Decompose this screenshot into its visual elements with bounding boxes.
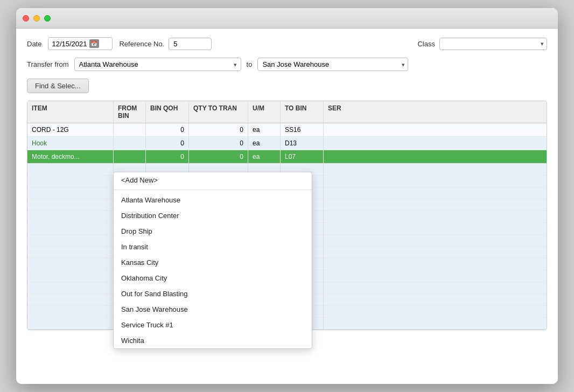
dropdown-item-out-for-sand[interactable]: Out for Sand Blasting bbox=[114, 286, 312, 302]
date-input[interactable]: 12/15/2021 📅 bbox=[48, 37, 113, 50]
table-header: ITEM FROM BIN BIN QOH QTY TO TRAN U/M TO… bbox=[27, 101, 547, 123]
transfer-from-wrapper: Atlanta Warehouse Distribution Center Dr… bbox=[74, 58, 241, 71]
table-row[interactable]: CORD - 12G 0 0 ea SS16 bbox=[27, 123, 547, 137]
to-label: to bbox=[247, 60, 253, 68]
toolbar-row: Date 12/15/2021 📅 Reference No. Class bbox=[27, 37, 547, 50]
to-bin: L07 bbox=[281, 150, 324, 163]
class-select-wrapper bbox=[439, 38, 547, 50]
dropdown-item-atlanta[interactable]: Atlanta Warehouse bbox=[114, 192, 312, 208]
transfer-from-label: Transfer from bbox=[27, 60, 69, 68]
minimize-button[interactable] bbox=[33, 15, 40, 22]
class-section: Class bbox=[417, 38, 547, 50]
ser bbox=[324, 123, 356, 136]
find-select-button[interactable]: Find & Selec... bbox=[27, 79, 89, 93]
col-ser: SER bbox=[324, 101, 356, 123]
dropdown-item-san-jose[interactable]: San Jose Warehouse bbox=[114, 302, 312, 317]
transfer-row: Transfer from Atlanta Warehouse Distribu… bbox=[27, 58, 547, 71]
um: ea bbox=[248, 150, 281, 163]
dropdown-item-add-new[interactable]: <Add New> bbox=[114, 172, 312, 190]
dropdown-item-wichita[interactable]: Wichita bbox=[114, 333, 312, 348]
bin-qoh: 0 bbox=[146, 137, 189, 150]
dropdown-item-drop-ship[interactable]: Drop Ship bbox=[114, 223, 312, 239]
um: ea bbox=[248, 137, 281, 150]
ref-label: Reference No. bbox=[119, 40, 164, 48]
calendar-icon[interactable]: 📅 bbox=[89, 39, 99, 48]
dropdown-item-service-truck[interactable]: Service Truck #1 bbox=[114, 317, 312, 333]
ser bbox=[324, 150, 356, 163]
maximize-button[interactable] bbox=[44, 15, 51, 22]
bin-qoh: 0 bbox=[146, 123, 189, 136]
close-button[interactable] bbox=[23, 15, 29, 22]
from-bin bbox=[114, 123, 146, 136]
to-bin: SS16 bbox=[281, 123, 324, 136]
class-select[interactable] bbox=[439, 38, 547, 50]
col-um: U/M bbox=[248, 101, 281, 123]
item-name: Motor, deckmo... bbox=[27, 150, 114, 163]
table-row[interactable]: Hook 0 0 ea D13 bbox=[27, 137, 547, 150]
titlebar bbox=[16, 8, 558, 29]
col-bin-qoh: BIN QOH bbox=[146, 101, 189, 123]
transfer-to-wrapper: San Jose Warehouse Atlanta Warehouse Dis… bbox=[257, 58, 408, 71]
table-row[interactable]: Motor, deckmo... 0 0 ea L07 bbox=[27, 150, 547, 164]
to-bin: D13 bbox=[281, 137, 324, 150]
bin-qoh: 0 bbox=[146, 150, 189, 163]
dropdown-item-kansas-city[interactable]: Kansas City bbox=[114, 255, 312, 270]
item-name: Hook bbox=[27, 137, 114, 150]
transfer-from-dropdown: <Add New> Atlanta Warehouse Distribution… bbox=[113, 172, 312, 349]
app-window: Date 12/15/2021 📅 Reference No. Class bbox=[16, 8, 558, 384]
class-label: Class bbox=[417, 40, 435, 48]
table-area: ITEM FROM BIN BIN QOH QTY TO TRAN U/M TO… bbox=[27, 101, 547, 330]
transfer-from-select[interactable]: Atlanta Warehouse Distribution Center Dr… bbox=[74, 58, 241, 71]
ref-section: Reference No. bbox=[119, 38, 212, 50]
date-value: 12/15/2021 bbox=[52, 40, 87, 48]
col-from-bin: FROM BIN bbox=[114, 101, 146, 123]
ref-input[interactable] bbox=[169, 38, 212, 50]
from-bin bbox=[114, 150, 146, 163]
ser bbox=[324, 137, 356, 150]
transfer-to-select[interactable]: San Jose Warehouse Atlanta Warehouse Dis… bbox=[257, 58, 408, 71]
dropdown-item-distribution[interactable]: Distribution Center bbox=[114, 208, 312, 223]
find-btn-row: Find & Selec... bbox=[27, 79, 547, 93]
col-to-bin: TO BIN bbox=[281, 101, 324, 123]
col-qty-to-tran: QTY TO TRAN bbox=[189, 101, 248, 123]
dropdown-item-oklahoma-city[interactable]: Oklahoma City bbox=[114, 270, 312, 286]
item-name: CORD - 12G bbox=[27, 123, 114, 136]
dropdown-item-in-transit[interactable]: In transit bbox=[114, 239, 312, 255]
main-content: Date 12/15/2021 📅 Reference No. Class bbox=[16, 29, 558, 384]
date-label: Date bbox=[27, 40, 41, 48]
col-item: ITEM bbox=[27, 101, 114, 123]
traffic-lights bbox=[23, 15, 51, 22]
qty-to-tran: 0 bbox=[189, 150, 248, 163]
qty-to-tran: 0 bbox=[189, 137, 248, 150]
qty-to-tran: 0 bbox=[189, 123, 248, 136]
um: ea bbox=[248, 123, 281, 136]
from-bin bbox=[114, 137, 146, 150]
